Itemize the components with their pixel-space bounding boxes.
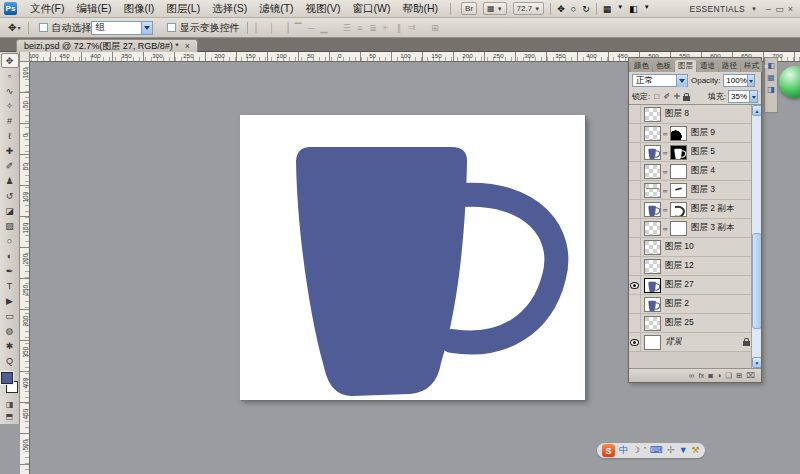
visibility-toggle[interactable] <box>629 333 641 351</box>
layer-thumbnail[interactable] <box>644 221 661 236</box>
link-layers-icon[interactable]: ∞ <box>689 371 694 380</box>
menu-item[interactable]: 帮助(H) <box>397 1 445 17</box>
menu-item[interactable]: 滤镜(T) <box>253 1 299 17</box>
layer-thumbnail[interactable] <box>644 145 661 160</box>
opacity-field[interactable]: 100% <box>723 74 755 87</box>
layer-thumbnail[interactable] <box>644 126 661 141</box>
visibility-toggle[interactable] <box>629 143 641 161</box>
layer-name[interactable]: 图层 9 <box>691 127 715 139</box>
distribute-right-icon[interactable]: ⫥ <box>405 22 418 33</box>
eyedropper-tool[interactable]: ℓ <box>1 128 19 143</box>
layer-row[interactable]: ∞图层 5 <box>629 143 761 162</box>
layer-thumbnail[interactable] <box>644 335 661 350</box>
document-tab[interactable]: beizi.psd @ 72.7%(图层 27, RGB/8#) * × <box>16 39 198 52</box>
scrollbar[interactable]: ▲ ▼ <box>751 105 761 368</box>
screen-mode-icon[interactable]: ◧ <box>629 4 638 14</box>
crop-tool[interactable]: # <box>1 113 19 128</box>
history-brush-tool[interactable]: ↺ <box>1 188 19 203</box>
shape-tool[interactable]: ▭ <box>1 308 19 323</box>
layer-row[interactable]: ∞图层 9 <box>629 124 761 143</box>
current-tool-button[interactable]: ✥ ▾ <box>4 22 24 33</box>
layer-mask-thumbnail[interactable] <box>670 145 687 160</box>
lock-all-icon[interactable] <box>683 96 690 101</box>
rotate-view-icon[interactable]: ↻ <box>582 4 590 14</box>
close-icon[interactable]: × <box>185 41 190 51</box>
menu-item[interactable]: 选择(S) <box>206 1 253 17</box>
layer-row[interactable]: 背景 <box>629 333 761 352</box>
visibility-toggle[interactable] <box>629 238 641 256</box>
layer-thumbnail[interactable] <box>644 202 661 217</box>
visibility-toggle[interactable] <box>629 276 641 294</box>
info-panel-icon[interactable]: ◨ <box>767 85 775 94</box>
floating-green-ball[interactable] <box>779 66 800 98</box>
layer-row[interactable]: 图层 10 <box>629 238 761 257</box>
quick-selection-tool[interactable]: ✧ <box>1 98 19 113</box>
mug-artwork[interactable] <box>240 115 585 400</box>
layer-mask-thumbnail[interactable] <box>670 183 687 198</box>
layer-name[interactable]: 图层 4 <box>691 165 715 177</box>
close-button[interactable]: × <box>785 4 796 14</box>
layer-name[interactable]: 背景 <box>665 336 682 348</box>
panel-tab-路径[interactable]: 路径 <box>719 60 740 72</box>
layer-style-icon[interactable]: fx <box>698 371 704 380</box>
layer-row[interactable]: 图层 27 <box>629 276 761 295</box>
layer-name[interactable]: 图层 5 <box>691 146 715 158</box>
minimize-button[interactable]: – <box>763 4 774 14</box>
visibility-toggle[interactable] <box>629 162 641 180</box>
layer-mask-thumbnail[interactable] <box>670 126 687 141</box>
foreground-color-swatch[interactable] <box>1 372 13 384</box>
auto-align-icon[interactable]: ⊞ <box>428 23 441 33</box>
layer-row[interactable]: ∞图层 3 副本 <box>629 219 761 238</box>
panel-tab-颜色[interactable]: 颜色 <box>631 60 652 72</box>
align-center-h-icon[interactable]: │ <box>265 23 278 33</box>
type-tool[interactable]: T <box>1 278 19 293</box>
layer-name[interactable]: 图层 8 <box>665 108 689 120</box>
layer-row[interactable]: ∞图层 4 <box>629 162 761 181</box>
layer-mask-thumbnail[interactable] <box>670 221 687 236</box>
punctuation-icon[interactable]: ’ <box>644 444 646 457</box>
zoom-level-dropdown[interactable]: 72.7▼ <box>513 2 545 15</box>
layer-name[interactable]: 图层 2 <box>665 298 689 310</box>
panel-tab-色板[interactable]: 色板 <box>653 60 674 72</box>
visibility-toggle[interactable] <box>629 314 641 332</box>
tools-icon[interactable]: ✢ <box>667 444 675 457</box>
layer-thumbnail[interactable] <box>644 240 661 255</box>
vertical-ruler[interactable]: 10050050100150200250300350400450500 <box>20 62 30 474</box>
clone-stamp-tool[interactable]: ♟ <box>1 173 19 188</box>
lasso-tool[interactable]: ∿ <box>1 83 19 98</box>
brush-tool[interactable]: ✐ <box>1 158 19 173</box>
layer-thumbnail[interactable] <box>644 259 661 274</box>
layer-row[interactable]: ∞图层 3 <box>629 181 761 200</box>
marquee-tool[interactable]: ▫ <box>1 68 19 83</box>
align-right-icon[interactable]: ▕ <box>278 23 291 33</box>
menu-item[interactable]: 编辑(E) <box>70 1 117 17</box>
view-extras-button[interactable]: ▦▼ <box>483 2 507 15</box>
dodge-tool[interactable]: ◐ <box>1 248 19 263</box>
distribute-top-icon[interactable]: ☰ <box>340 23 353 33</box>
restore-button[interactable]: ▭ <box>774 4 785 14</box>
visibility-toggle[interactable] <box>629 105 641 123</box>
layer-name[interactable]: 图层 12 <box>665 260 694 272</box>
workspace-switcher[interactable]: ESSENTIALS <box>690 4 745 14</box>
layer-thumbnail[interactable] <box>644 107 661 122</box>
arrange-documents-icon[interactable]: ▦ <box>603 4 612 14</box>
layer-thumbnail[interactable] <box>644 297 661 312</box>
zoom-tool[interactable]: Q <box>1 353 19 368</box>
scrollbar-thumb[interactable] <box>752 233 761 329</box>
halfwidth-icon[interactable]: ☽ <box>632 444 640 457</box>
keyboard-icon[interactable]: ⌨ <box>650 444 663 457</box>
wrench-icon[interactable]: ⚒ <box>692 444 700 457</box>
layer-thumbnail[interactable] <box>644 164 661 179</box>
gradient-tool[interactable]: ▨ <box>1 218 19 233</box>
visibility-toggle[interactable] <box>629 219 641 237</box>
layer-row[interactable]: 图层 8 <box>629 105 761 124</box>
layer-mask-thumbnail[interactable] <box>670 202 687 217</box>
menu-item[interactable]: 视图(V) <box>300 1 347 17</box>
healing-brush-tool[interactable]: ✚ <box>1 143 19 158</box>
skin-icon[interactable]: ▼ <box>679 444 688 457</box>
distribute-left-icon[interactable]: ⫦ <box>379 22 392 33</box>
adjustment-icon[interactable]: ◑ <box>717 371 722 380</box>
sogou-logo[interactable]: S <box>602 444 615 457</box>
new-layer-icon[interactable]: ⊞ <box>736 371 742 380</box>
layer-name[interactable]: 图层 3 <box>691 184 715 196</box>
